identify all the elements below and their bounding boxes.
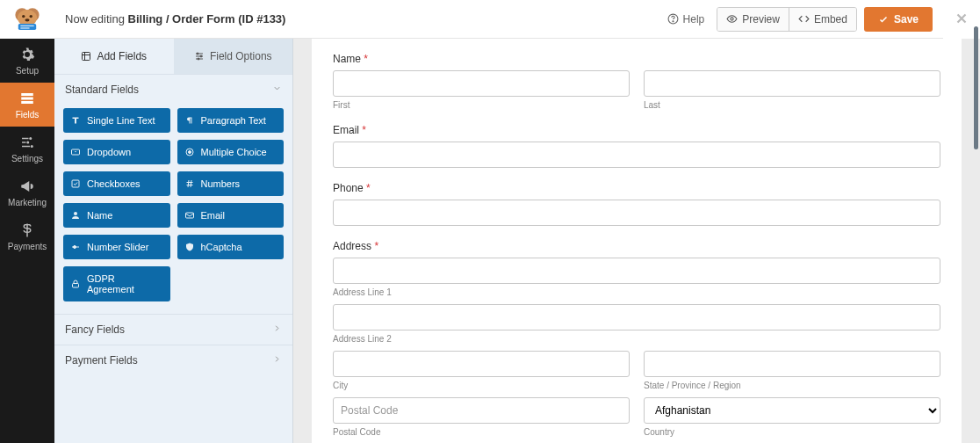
form-field-name[interactable]: Name * First Last [333, 53, 940, 110]
last-sublabel: Last [644, 100, 940, 110]
user-icon [70, 210, 81, 221]
last-name-input[interactable] [644, 70, 940, 97]
hash-icon [184, 178, 195, 189]
scrollbar-thumb[interactable] [974, 26, 978, 149]
title-prefix: Now editing [65, 12, 125, 25]
embed-icon [798, 13, 810, 25]
gear-icon [19, 47, 35, 62]
addr1-sublabel: Address Line 1 [333, 287, 940, 297]
form-field-address[interactable]: Address * Address Line 1 Address Line 2 … [333, 240, 940, 437]
svg-point-3 [22, 15, 25, 18]
email-input[interactable] [333, 142, 940, 168]
svg-rect-6 [18, 24, 36, 30]
addr2-sublabel: Address Line 2 [333, 334, 940, 344]
save-button[interactable]: Save [864, 7, 933, 32]
city-input[interactable] [333, 351, 630, 377]
embed-button[interactable]: Embed [789, 8, 856, 31]
preview-button[interactable]: Preview [717, 8, 789, 31]
lock-icon [70, 279, 81, 289]
nav-marketing-label: Marketing [8, 198, 47, 207]
address-line2-input[interactable] [333, 304, 940, 330]
svg-rect-8 [20, 27, 29, 28]
form-field-phone[interactable]: Phone * [333, 182, 940, 226]
required-mark: * [374, 240, 378, 252]
field-gdpr[interactable]: GDPR Agreement [63, 266, 170, 301]
field-name[interactable]: Name [63, 203, 170, 228]
megaphone-icon [19, 178, 35, 194]
tab-add-fields[interactable]: Add Fields [54, 39, 174, 74]
help-icon [667, 13, 679, 25]
eye-icon [726, 13, 738, 25]
phone-input[interactable] [333, 200, 940, 226]
top-bar: Now editing Billing / Order Form (ID #13… [54, 0, 943, 39]
preview-embed-group: Preview Embed [717, 7, 857, 32]
region-input[interactable] [644, 351, 940, 377]
svg-rect-11 [21, 101, 33, 104]
shield-icon [184, 242, 195, 252]
postal-sublabel: Postal Code [333, 427, 630, 437]
section-payment-fields[interactable]: Payment Fields [54, 345, 292, 375]
nav-setup[interactable]: Setup [0, 39, 54, 83]
nav-settings-label: Settings [11, 154, 43, 163]
check-icon [878, 14, 889, 25]
dropdown-icon [70, 147, 81, 157]
form-field-email[interactable]: Email * [333, 124, 940, 168]
form-canvas[interactable]: Name * First Last Email * [312, 39, 962, 443]
form-canvas-wrap: Name * First Last Email * [293, 39, 980, 443]
section-standard-label: Standard Fields [65, 84, 139, 96]
panel-tabs: Add Fields Field Options [54, 39, 292, 74]
first-name-input[interactable] [333, 70, 630, 97]
required-mark: * [366, 182, 371, 194]
svg-rect-7 [20, 25, 33, 26]
svg-rect-9 [21, 93, 33, 96]
sliders-icon [19, 134, 35, 150]
field-hcaptcha[interactable]: hCaptcha [177, 235, 285, 259]
fields-panel: Add Fields Field Options Standard Fields… [54, 39, 293, 443]
field-multiple-choice[interactable]: Multiple Choice [177, 140, 285, 164]
nav-marketing[interactable]: Marketing [0, 171, 54, 214]
page-title: Now editing Billing / Order Form (ID #13… [65, 12, 285, 25]
section-fancy-fields[interactable]: Fancy Fields [54, 314, 292, 345]
city-sublabel: City [333, 381, 630, 390]
field-email[interactable]: Email [177, 203, 285, 228]
phone-label: Phone * [333, 182, 940, 194]
required-mark: * [364, 53, 368, 65]
tab-field-options[interactable]: Field Options [174, 39, 293, 74]
svg-point-14 [31, 145, 33, 148]
address-line1-input[interactable] [333, 258, 940, 284]
email-label: Email * [333, 124, 940, 136]
tab-add-label: Add Fields [97, 50, 147, 62]
field-paragraph-text[interactable]: Paragraph Text [177, 108, 285, 133]
svg-point-16 [673, 21, 674, 22]
help-link[interactable]: Help [662, 13, 710, 25]
dollar-icon [19, 222, 35, 238]
svg-rect-25 [72, 180, 79, 187]
nav-setup-label: Setup [16, 66, 39, 76]
close-button[interactable] [954, 11, 969, 31]
wpforms-logo-icon [12, 7, 42, 32]
slider-icon [70, 242, 81, 252]
svg-point-13 [26, 141, 29, 143]
field-numbers[interactable]: Numbers [177, 171, 285, 196]
options-icon [194, 51, 205, 62]
country-select[interactable]: Afghanistan [644, 397, 940, 424]
preview-label: Preview [742, 13, 780, 25]
field-single-line-text[interactable]: Single Line Text [63, 108, 170, 133]
section-standard-fields[interactable]: Standard Fields [54, 74, 292, 105]
nav-settings[interactable]: Settings [0, 127, 54, 171]
left-nav: Setup Fields Settings Marketing Payments [0, 0, 54, 443]
field-number-slider[interactable]: Number Slider [63, 235, 170, 259]
name-label: Name * [333, 53, 940, 65]
tab-options-label: Field Options [210, 50, 272, 62]
postal-input[interactable] [333, 397, 630, 424]
radio-icon [184, 147, 195, 157]
svg-point-21 [198, 58, 199, 60]
checkbox-icon [70, 178, 81, 189]
svg-rect-10 [21, 97, 33, 99]
first-sublabel: First [333, 100, 630, 110]
svg-point-12 [29, 137, 32, 140]
nav-fields[interactable]: Fields [0, 83, 54, 127]
field-checkboxes[interactable]: Checkboxes [63, 171, 170, 196]
field-dropdown[interactable]: Dropdown [63, 140, 170, 164]
nav-payments[interactable]: Payments [0, 214, 54, 258]
